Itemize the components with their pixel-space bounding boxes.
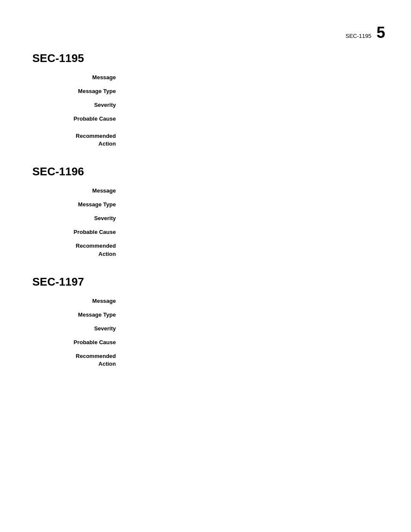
section-title-1195: SEC-1195 <box>32 52 379 65</box>
value-severity-1196 <box>123 215 379 224</box>
value-severity-1197 <box>123 325 379 334</box>
label-probable-cause-1197: Probable Cause <box>32 339 123 348</box>
page-header: SEC-1195 5 <box>346 24 385 42</box>
section-sec-1196: SEC-1196 Message Message Type Severity P… <box>32 165 379 258</box>
value-message-1196 <box>123 187 379 196</box>
field-row-recommended-action-1196: RecommendedAction <box>32 242 379 258</box>
value-message-type-1195 <box>123 87 379 97</box>
label-probable-cause-1196: Probable Cause <box>32 228 123 238</box>
label-recommended-action-1196: RecommendedAction <box>32 242 123 258</box>
value-message-1195 <box>123 74 379 83</box>
field-row-probable-cause-1195: Probable Cause <box>32 115 379 124</box>
section-sec-1195: SEC-1195 Message Message Type Severity P… <box>32 52 379 148</box>
label-message-type-1196: Message Type <box>32 201 123 210</box>
field-row-message-1197: Message <box>32 297 379 307</box>
label-recommended-action-1195: RecommendedAction <box>32 132 123 148</box>
label-severity-1197: Severity <box>32 325 123 334</box>
field-row-message-type-1197: Message Type <box>32 311 379 320</box>
header-sec-label: SEC-1195 <box>346 33 371 39</box>
field-row-severity-1195: Severity <box>32 101 379 111</box>
field-row-message-type-1195: Message Type <box>32 87 379 97</box>
value-message-1197 <box>123 297 379 307</box>
label-message-type-1197: Message Type <box>32 311 123 320</box>
label-recommended-action-1197: RecommendedAction <box>32 352 123 368</box>
section-sec-1197: SEC-1197 Message Message Type Severity P… <box>32 275 379 368</box>
section-title-1197: SEC-1197 <box>32 275 379 289</box>
field-row-probable-cause-1196: Probable Cause <box>32 228 379 238</box>
value-probable-cause-1196 <box>123 228 379 238</box>
value-message-type-1197 <box>123 311 379 320</box>
label-severity-1195: Severity <box>32 101 123 111</box>
field-row-recommended-action-1197: RecommendedAction <box>32 352 379 368</box>
field-row-message-type-1196: Message Type <box>32 201 379 210</box>
value-recommended-action-1195 <box>123 132 379 148</box>
field-row-message-1196: Message <box>32 187 379 196</box>
value-probable-cause-1195 <box>123 115 379 124</box>
header-page-number: 5 <box>377 24 385 42</box>
field-row-severity-1197: Severity <box>32 325 379 334</box>
value-recommended-action-1197 <box>123 352 379 368</box>
label-message-1196: Message <box>32 187 123 196</box>
value-probable-cause-1197 <box>123 339 379 348</box>
label-message-1197: Message <box>32 297 123 307</box>
value-recommended-action-1196 <box>123 242 379 258</box>
field-row-recommended-action-1195: RecommendedAction <box>32 132 379 148</box>
main-content: SEC-1195 Message Message Type Severity P… <box>0 0 411 368</box>
section-title-1196: SEC-1196 <box>32 165 379 178</box>
value-message-type-1196 <box>123 201 379 210</box>
field-row-message-1195: Message <box>32 74 379 83</box>
label-probable-cause-1195: Probable Cause <box>32 115 123 124</box>
field-row-severity-1196: Severity <box>32 215 379 224</box>
value-severity-1195 <box>123 101 379 111</box>
label-message-type-1195: Message Type <box>32 87 123 97</box>
label-message-1195: Message <box>32 74 123 83</box>
field-row-probable-cause-1197: Probable Cause <box>32 339 379 348</box>
label-severity-1196: Severity <box>32 215 123 224</box>
